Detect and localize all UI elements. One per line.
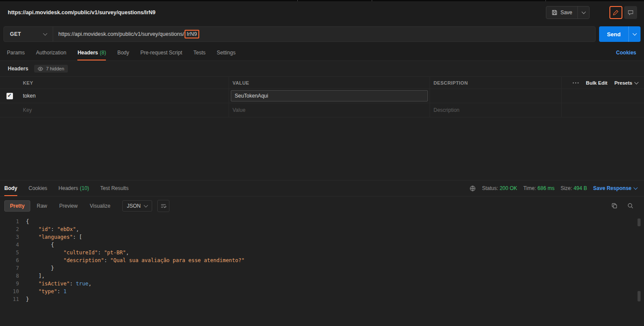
chevron-down-icon: [43, 32, 48, 36]
row-checkbox[interactable]: [6, 93, 13, 99]
description-column-header: DESCRIPTION: [430, 77, 562, 89]
url-input[interactable]: https://api.movidesk.com/public/v1/surve…: [53, 27, 595, 41]
format-select[interactable]: JSON: [122, 200, 152, 212]
wrap-text-button[interactable]: [157, 200, 169, 212]
line-number: 10: [0, 288, 19, 295]
tab-label: Tests: [194, 50, 206, 56]
code-line-7: }: [26, 264, 245, 272]
request-tab-pre-request-script[interactable]: Pre-request Script: [140, 44, 182, 60]
key-cell[interactable]: token: [19, 89, 229, 103]
copy-icon[interactable]: [611, 203, 618, 209]
tab-label: Cookies: [29, 185, 47, 191]
comments-button[interactable]: [624, 6, 637, 19]
line-number: 1: [0, 218, 19, 225]
headers-section-title: Headers: [8, 66, 28, 72]
response-section: BodyCookiesHeaders(10)Test Results Statu…: [0, 180, 644, 326]
tab-label: Body: [117, 50, 129, 56]
line-number: 3: [0, 233, 19, 241]
save-button[interactable]: Save: [546, 6, 577, 19]
request-tab-headers[interactable]: Headers(8): [77, 44, 106, 60]
response-toolbar-actions: [611, 203, 634, 209]
code-line-1: {: [26, 218, 245, 225]
scrollbar-thumb[interactable]: [638, 218, 641, 226]
more-options-icon[interactable]: [572, 82, 579, 84]
value-cell: SeuTokenAqui: [229, 89, 430, 103]
method-select[interactable]: GET: [4, 27, 53, 41]
line-number: 4: [0, 241, 19, 249]
response-tab-headers[interactable]: Headers(10): [58, 180, 89, 196]
view-tab-visualize[interactable]: Visualize: [84, 200, 116, 212]
bulk-edit-button[interactable]: Bulk Edit: [586, 80, 608, 85]
save-response-button[interactable]: Save Response: [593, 185, 637, 191]
response-tab-body[interactable]: Body: [4, 180, 17, 196]
scrollbar-thumb[interactable]: [638, 291, 641, 301]
send-button[interactable]: Send: [599, 26, 628, 42]
value-input[interactable]: SeuTokenAqui: [231, 90, 428, 101]
save-options-button[interactable]: [578, 6, 589, 19]
eye-icon: [38, 66, 43, 71]
request-tab-title: https://api.movidesk.com/public/v1/surve…: [8, 9, 156, 16]
request-tab-body[interactable]: Body: [117, 44, 129, 60]
code-line-10: "type": 1: [26, 288, 245, 295]
size-indicator: Size: 494 B: [561, 185, 587, 191]
tab-divider: [372, 0, 372, 1]
presets-label: Presets: [614, 80, 632, 85]
search-icon[interactable]: [627, 203, 634, 209]
tab-divider: [545, 0, 546, 1]
time-label: Time:: [523, 185, 536, 191]
code-line-6: "description": "Qual sua avaliação para …: [26, 256, 245, 264]
description-placeholder-cell[interactable]: Description: [430, 103, 562, 117]
code-line-2: "id": "ebDx",: [26, 225, 245, 233]
chevron-down-icon: [634, 80, 639, 84]
headers-table: KEY VALUE DESCRIPTION Bulk Edit Presets …: [0, 76, 644, 117]
presets-button[interactable]: Presets: [614, 80, 638, 85]
response-tabs: BodyCookiesHeaders(10)Test Results: [4, 180, 128, 196]
request-tab-tests[interactable]: Tests: [194, 44, 206, 60]
url-control: GET https://api.movidesk.com/public/v1/s…: [3, 26, 596, 42]
request-tab-params[interactable]: Params: [7, 44, 25, 60]
save-button-group: Save: [546, 6, 590, 19]
chevron-down-icon: [143, 203, 148, 207]
comments-icon: [628, 9, 634, 16]
code-line-4: {: [26, 241, 245, 249]
view-tab-pretty[interactable]: Pretty: [4, 200, 30, 212]
tab-label: Settings: [217, 50, 236, 56]
response-tab-cookies[interactable]: Cookies: [29, 180, 47, 196]
request-tab-settings[interactable]: Settings: [217, 44, 236, 60]
tab-label: Preview: [59, 203, 78, 209]
row-checkbox-cell: [0, 89, 19, 103]
response-tab-test-results[interactable]: Test Results: [100, 180, 128, 196]
description-cell[interactable]: [430, 89, 562, 103]
line-number: 9: [0, 280, 19, 288]
hidden-headers-toggle[interactable]: 7 hidden: [34, 65, 67, 73]
send-options-button[interactable]: [628, 26, 641, 42]
size-value: 494 B: [574, 185, 587, 191]
line-number: 8: [0, 272, 19, 280]
request-tab-authorization[interactable]: Authorization: [36, 44, 66, 60]
view-tab-preview[interactable]: Preview: [54, 200, 83, 212]
key-column-header: KEY: [19, 77, 229, 89]
time-indicator: Time: 686 ms: [523, 185, 555, 191]
headers-table-header-row: KEY VALUE DESCRIPTION Bulk Edit Presets: [0, 76, 644, 89]
network-icon[interactable]: [469, 185, 476, 192]
cookies-link[interactable]: Cookies: [616, 50, 636, 56]
status-label: Status:: [482, 185, 498, 191]
tab-divider: [297, 0, 298, 1]
request-bar: GET https://api.movidesk.com/public/v1/s…: [0, 24, 644, 44]
code-line-5: "cultureId": "pt-BR",: [26, 249, 245, 256]
tab-label: Params: [7, 50, 25, 56]
request-tabs-bar: ParamsAuthorizationHeaders(8)BodyPre-req…: [0, 44, 644, 61]
key-placeholder-cell[interactable]: Key: [19, 103, 229, 117]
value-placeholder-cell[interactable]: Value: [229, 103, 430, 117]
edit-button[interactable]: [609, 6, 622, 19]
headers-section-header: Headers 7 hidden: [0, 61, 644, 76]
view-tab-raw[interactable]: Raw: [31, 200, 53, 212]
format-label: JSON: [127, 203, 141, 209]
url-text: https://api.movidesk.com/public/v1/surve…: [58, 31, 184, 37]
tab-label: Test Results: [100, 185, 128, 191]
topbar-actions: Save: [546, 6, 637, 19]
wrap-text-icon: [160, 203, 166, 209]
line-number: 2: [0, 225, 19, 233]
response-meta: Status: 200 OK Time: 686 ms Size: 494 B …: [469, 180, 637, 196]
hidden-headers-count: 7 hidden: [46, 66, 64, 71]
